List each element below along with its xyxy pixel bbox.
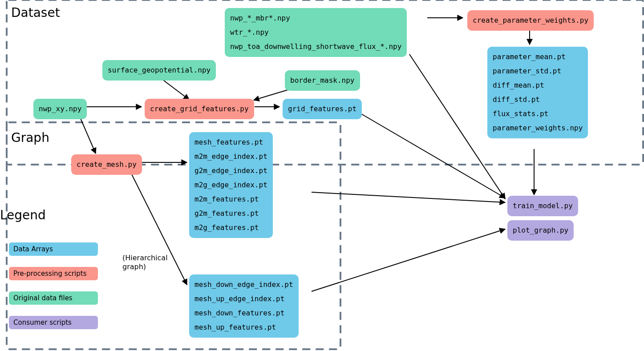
mesh-outputs-node: mesh_features.ptm2m_edge_index.ptg2m_edg… (189, 132, 273, 238)
svg-line-6 (78, 113, 96, 153)
create-parameter-weights-node: create_parameter_weights.py (467, 10, 594, 31)
graph-sheet-label: Graph (11, 130, 49, 145)
legend-pre-processing: Pre-processing scripts (9, 267, 98, 280)
mesh-hierarchical-outputs-node: mesh_down_edge_index.ptmesh_up_edge_inde… (189, 274, 299, 338)
hierarchical-note: (Hierarchicalgraph) (122, 254, 168, 271)
create-grid-features-node: create_grid_features.py (145, 99, 254, 119)
plot-graph-node: plot_graph.py (507, 220, 574, 241)
border-mask-node: border_mask.npy (285, 70, 360, 91)
create-mesh-node: create_mesh.py (71, 154, 142, 175)
legend-consumer-scripts: Consumer scripts (9, 316, 98, 329)
train-model-node: train_model.py (507, 196, 578, 216)
legend-original-data: Original data files (9, 291, 98, 305)
nwp-files-node: nwp_*_mbr*.npywtr_*.npynwp_toa_downwelli… (225, 8, 407, 57)
legend-data-arrays: Data Arrays (9, 242, 98, 256)
parameter-outputs-node: parameter_mean.ptparameter_std.ptdiff_me… (487, 47, 588, 138)
dataset-sheet-label: Dataset (11, 5, 60, 20)
svg-line-2 (160, 78, 189, 100)
svg-line-10 (360, 113, 505, 198)
nwp-xy-node: nwp_xy.npy (33, 99, 87, 119)
legend-title: Legend (0, 208, 46, 222)
surface-geopotential-node: surface_geopotential.npy (102, 60, 216, 81)
grid-features-node: grid_features.pt (283, 99, 362, 119)
